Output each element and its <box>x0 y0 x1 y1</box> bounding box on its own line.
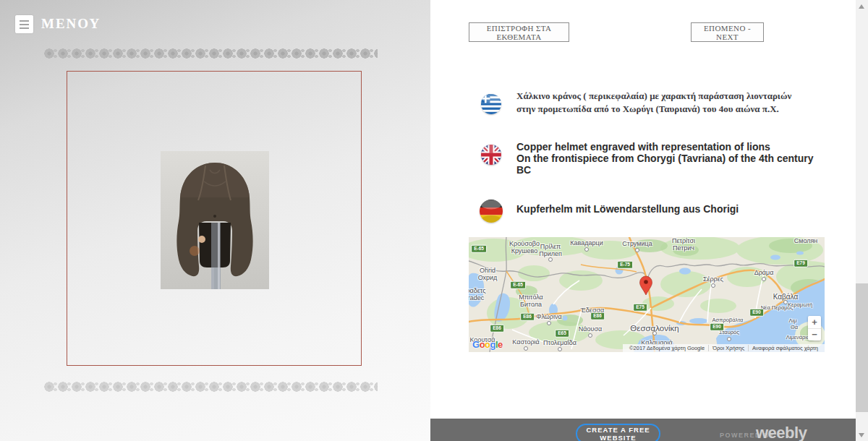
road-badge: E90 <box>749 309 764 317</box>
map-label: Σέρρες <box>703 276 723 283</box>
create-free-website-button[interactable]: CREATE A FREE WEBSITE <box>576 424 660 441</box>
map-label: Θά <box>791 325 798 330</box>
city-dot <box>711 283 715 288</box>
city-dot <box>762 277 766 281</box>
road-badge: E-75 <box>617 261 633 269</box>
road-badge: E-65 <box>510 281 526 289</box>
description-english-line2: On the frontispiece from Chorygi (Tavria… <box>516 153 827 176</box>
road-badge: E90 <box>710 323 724 331</box>
scroll-up-arrow-icon[interactable] <box>859 4 864 9</box>
city-dot <box>584 247 589 252</box>
chain-ornament-bottom <box>43 379 378 395</box>
scroll-down-arrow-icon[interactable] <box>859 433 864 437</box>
map-attribution-link[interactable]: Όροι Χρήσης <box>708 345 748 351</box>
map-label: Λιμ <box>789 318 797 324</box>
greece-flag-icon <box>481 94 501 114</box>
weebly-logo[interactable]: weebly <box>756 424 807 441</box>
city-dot <box>652 331 657 335</box>
scrollbar-track[interactable] <box>856 0 868 441</box>
map-attribution-text: ©2017 Δεδομένα χάρτη Google <box>626 345 708 351</box>
description-english: Copper helmet engraved with representati… <box>516 141 827 176</box>
map-label: Φλώρινα <box>536 314 561 321</box>
map-label: ΠογραδετςPogradec <box>469 288 486 302</box>
road-badge: E-65 <box>471 245 487 253</box>
map-label: OhridОхрид <box>478 267 498 282</box>
menu-button[interactable] <box>15 15 33 33</box>
description-german: Kupferhelm mit Löwendarstellung aus Chor… <box>516 203 827 215</box>
map-attribution: ©2017 Δεδομένα χάρτη GoogleΌροι ΧρήσηςΑν… <box>623 344 825 352</box>
map-label: Кавадарци <box>570 240 603 247</box>
city-dot <box>547 321 551 325</box>
next-button[interactable]: ΕΠΟΜΕΝΟ - NEXT <box>691 22 764 42</box>
chain-ornament-top <box>43 46 378 61</box>
map-label: Καστοριά <box>512 339 539 346</box>
road-badge: E75 <box>633 304 647 312</box>
zoom-in-button[interactable]: + <box>808 316 821 329</box>
map-label: ΠετρίτσιПетрич <box>672 238 695 252</box>
zoom-out-button[interactable]: − <box>808 329 821 341</box>
city-dot <box>635 248 639 252</box>
description-german-line1: Kupferhelm mit Löwendarstellung aus Chor… <box>516 203 827 215</box>
back-to-exhibits-button[interactable]: ΕΠΙΣΤΡΟΦΗ ΣΤΑ ΕΚΘΕΜΑΤΑ <box>469 22 569 42</box>
description-greek: Χάλκινο κράνος ( περικεφαλαία) με χαρακτ… <box>516 90 827 116</box>
map-attribution-link[interactable]: Αναφορά σφάλματος χάρτη <box>748 345 822 351</box>
road-badge: E86 <box>590 312 605 320</box>
map-label: Смолян <box>794 238 818 245</box>
google-map[interactable]: ΚρούσοβοКрушевоΠρίλεπПрилепКавадарциСтру… <box>469 237 825 352</box>
city-dot <box>727 337 731 341</box>
map-label: Νάουσα <box>579 326 602 333</box>
map-label: Λιμενάρια <box>786 335 810 341</box>
description-greek-line2: στην προμετωπίδα από το Χωρύγι (Ταυριανά… <box>516 103 827 116</box>
map-label: Δράμα <box>754 270 774 277</box>
map-label: Струмица <box>622 241 652 248</box>
map-label: ΚρούσοβοКрушево <box>509 241 540 255</box>
city-dot <box>548 257 553 262</box>
map-label: ΠρίλεπПрилеп <box>539 244 562 258</box>
description-greek-line1: Χάλκινο κράνος ( περικεφαλαία) με χαρακτ… <box>516 90 827 103</box>
uk-flag-icon <box>481 145 501 165</box>
road-badge: E65 <box>555 330 569 338</box>
menu-title: ΜΕΝΟΥ <box>41 16 101 32</box>
city-dot <box>588 333 592 338</box>
description-english-line1: Copper helmet engraved with representati… <box>516 141 827 153</box>
road-badge: E86 <box>520 313 535 321</box>
left-panel: ΜΕΝΟΥ <box>0 0 430 441</box>
city-dot <box>558 347 562 351</box>
road-badge: E79 <box>793 260 808 267</box>
map-label: ΜπιτόλαБитола <box>519 294 543 309</box>
helmet-illustration <box>161 151 269 289</box>
scrollbar-thumb[interactable] <box>856 283 868 412</box>
germany-flag-icon <box>480 200 503 223</box>
google-logo[interactable]: Google <box>472 339 503 350</box>
exhibit-photo-helmet <box>161 151 269 289</box>
road-badge: E86 <box>490 325 504 333</box>
map-label: Πτολεμαΐδα <box>543 340 576 347</box>
map-label: Κεραμωτή <box>788 302 812 308</box>
hamburger-icon <box>20 20 29 22</box>
city-dot <box>524 346 528 351</box>
map-zoom-control: + − <box>808 316 821 341</box>
